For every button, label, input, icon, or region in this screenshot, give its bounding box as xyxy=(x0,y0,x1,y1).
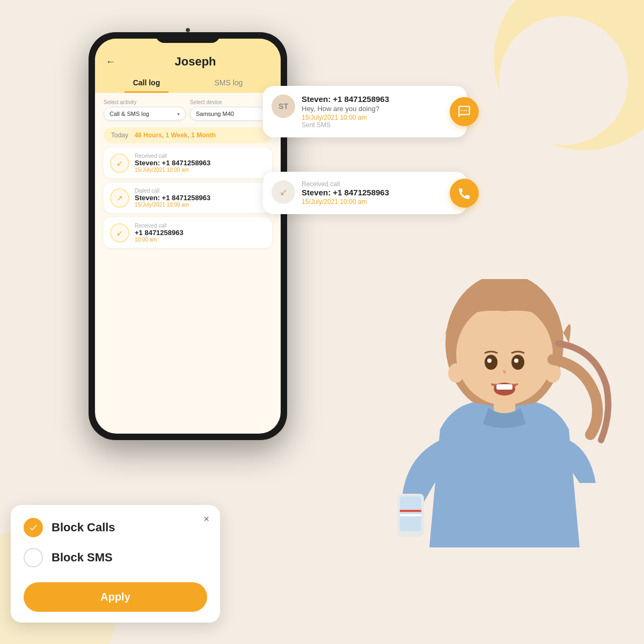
activity-value: Call & SMS log xyxy=(109,111,149,117)
call-info-0: Received call Steven: +1 8471258963 15/J… xyxy=(135,153,210,173)
bg-circle-inner xyxy=(499,16,628,145)
svg-rect-2 xyxy=(494,397,515,413)
call-card-avatar: ↙ xyxy=(272,180,295,204)
svg-point-12 xyxy=(514,358,518,363)
block-calls-option[interactable]: Block Calls xyxy=(24,518,207,537)
call-card-name: Steven: +1 8471258963 xyxy=(302,188,435,197)
phone-header: ← Joseph Call log SMS log xyxy=(95,39,281,93)
filter-row: Select activity Call & SMS log ▾ Select … xyxy=(104,99,272,121)
phone-outer: ← Joseph Call log SMS log Select activit… xyxy=(89,32,287,440)
sms-icon-button[interactable] xyxy=(450,97,479,126)
call-type-2: Received call xyxy=(135,223,184,229)
sms-contact-name: Steven: +1 8471258963 xyxy=(302,94,435,104)
block-sms-radio-unchecked[interactable] xyxy=(24,548,43,567)
call-card-time: 15/July/2021 10:00 am xyxy=(302,198,435,206)
tab-call-log[interactable]: Call log xyxy=(125,74,169,93)
sms-message-text: Hey, How are you doing? xyxy=(302,105,435,113)
tab-sms-log[interactable]: SMS log xyxy=(206,74,251,93)
call-time-0: 15/July/2021 10:00 am xyxy=(135,167,210,173)
sms-content: Steven: +1 8471258963 Hey, How are you d… xyxy=(302,94,435,129)
back-button[interactable]: ← xyxy=(106,56,115,68)
child-illustration xyxy=(354,279,644,644)
call-item-1[interactable]: ↗ Dialed call Steven: +1 8471258963 15/J… xyxy=(104,182,272,213)
time-filter[interactable]: Today 48 Hours, 1 Week, 1 Month xyxy=(104,127,272,143)
call-card-type: Received call xyxy=(302,180,435,188)
device-label: Select device xyxy=(190,99,272,105)
activity-dropdown[interactable]: Call & SMS log ▾ xyxy=(104,107,186,121)
activity-label: Select activity xyxy=(104,99,186,105)
svg-rect-5 xyxy=(400,510,421,512)
block-calls-radio-checked[interactable] xyxy=(24,518,43,537)
activity-arrow-icon: ▾ xyxy=(177,111,180,117)
call-icon-dialed-1: ↗ xyxy=(110,188,129,208)
phone-screen: ← Joseph Call log SMS log Select activit… xyxy=(95,39,281,434)
phone-body: Select activity Call & SMS log ▾ Select … xyxy=(95,93,281,434)
call-name-2: +1 8471258963 xyxy=(135,229,184,237)
modal-close-button[interactable]: × xyxy=(203,514,209,525)
time-filter-options: 48 Hours, 1 Week, 1 Month xyxy=(134,131,216,139)
call-icon-received-0: ↙ xyxy=(110,153,129,173)
time-filter-today: Today xyxy=(111,131,128,139)
call-item-2[interactable]: ↙ Received call +1 8471258963 10:00 am xyxy=(104,217,272,248)
call-card-arrow-icon: ↙ xyxy=(280,186,288,198)
call-info-2: Received call +1 8471258963 10:00 am xyxy=(135,223,184,243)
arrow-down-left-icon-2: ↙ xyxy=(116,229,123,237)
svg-rect-14 xyxy=(496,384,513,390)
phone-camera xyxy=(186,28,190,32)
sms-avatar: ST xyxy=(272,94,295,118)
phone-tabs: Call log SMS log xyxy=(106,74,270,93)
arrow-up-right-icon: ↗ xyxy=(116,194,123,202)
svg-point-10 xyxy=(511,355,524,370)
call-name-1: Steven: +1 8471258963 xyxy=(135,194,210,202)
call-icon-received-2: ↙ xyxy=(110,223,129,243)
device-dropdown[interactable]: Samsung M40 ▾ xyxy=(190,107,272,121)
activity-filter: Select activity Call & SMS log ▾ xyxy=(104,99,186,121)
call-name-0: Steven: +1 8471258963 xyxy=(135,159,210,167)
block-calls-label: Block Calls xyxy=(52,521,115,535)
sms-type: Sent SMS xyxy=(302,121,435,129)
arrow-down-left-icon: ↙ xyxy=(116,159,123,167)
call-time-1: 15/July/2021 10:00 am xyxy=(135,202,210,208)
svg-point-7 xyxy=(448,363,464,383)
page-title: Joseph xyxy=(121,55,270,69)
phone-inner: ← Joseph Call log SMS log Select activit… xyxy=(95,39,281,434)
block-sms-label: Block SMS xyxy=(52,551,113,565)
svg-point-11 xyxy=(487,358,492,363)
call-card-content: Received call Steven: +1 8471258963 15/J… xyxy=(302,180,435,206)
block-sms-option[interactable]: Block SMS xyxy=(24,548,207,567)
phone-mockup: ← Joseph Call log SMS log Select activit… xyxy=(89,32,287,440)
call-time-2: 10:00 am xyxy=(135,237,184,243)
chat-icon xyxy=(457,105,471,119)
block-modal: × Block Calls Block SMS Apply xyxy=(11,505,220,623)
call-info-1: Dialed call Steven: +1 8471258963 15/Jul… xyxy=(135,188,210,208)
call-icon-button[interactable] xyxy=(450,179,479,208)
phone-notch xyxy=(156,32,220,43)
call-type-1: Dialed call xyxy=(135,188,210,194)
device-value: Samsung M40 xyxy=(196,111,234,117)
call-type-0: Received call xyxy=(135,153,210,159)
svg-point-9 xyxy=(485,355,497,370)
sms-card: ST Steven: +1 8471258963 Hey, How are yo… xyxy=(263,86,467,137)
phone-icon xyxy=(457,186,471,200)
svg-rect-6 xyxy=(400,514,421,516)
call-item-0[interactable]: ↙ Received call Steven: +1 8471258963 15… xyxy=(104,148,272,178)
device-filter: Select device Samsung M40 ▾ xyxy=(190,99,272,121)
sms-time: 15/July/2021 10:00 am xyxy=(302,114,435,121)
svg-rect-4 xyxy=(400,496,421,531)
apply-button[interactable]: Apply xyxy=(24,582,207,612)
check-icon xyxy=(28,523,38,532)
child-photo xyxy=(354,279,644,644)
call-card: ↙ Received call Steven: +1 8471258963 15… xyxy=(263,172,467,214)
phone-back-row: ← Joseph xyxy=(106,55,270,69)
